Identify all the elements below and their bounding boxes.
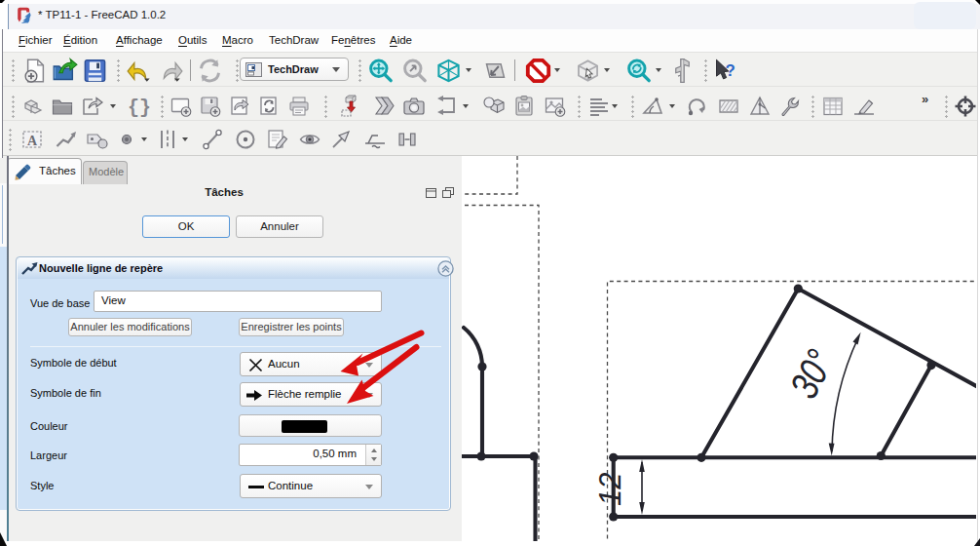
svg-text:A: A xyxy=(27,134,38,148)
svg-text:?: ? xyxy=(725,60,735,79)
svg-text:30°: 30° xyxy=(781,343,843,406)
svg-text:{}: {} xyxy=(128,97,150,118)
svg-text:12: 12 xyxy=(593,473,627,506)
